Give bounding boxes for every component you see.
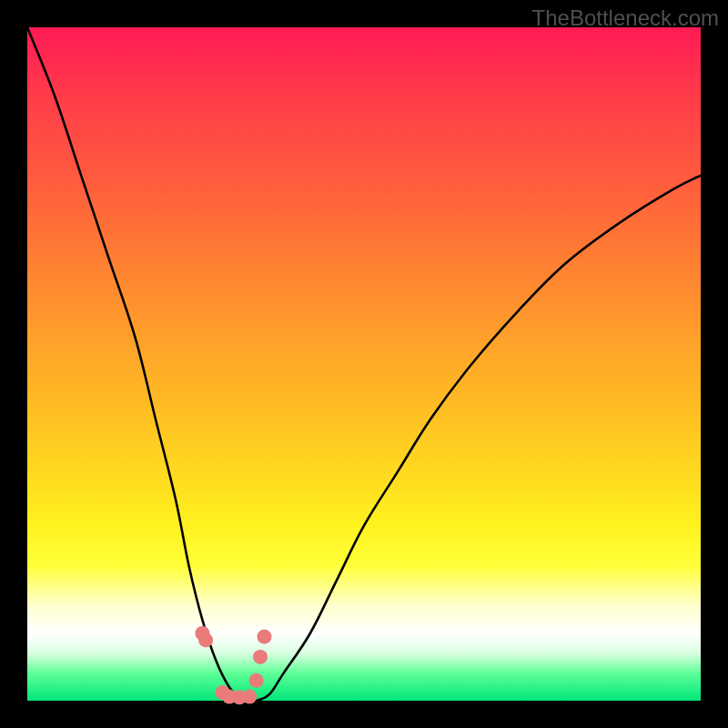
- chart-frame: TheBottleneck.com: [0, 0, 728, 728]
- plot-area: [27, 27, 701, 701]
- curve-markers: [195, 626, 271, 704]
- curve-marker: [258, 630, 272, 644]
- curve-marker: [198, 632, 213, 647]
- curve-marker: [253, 650, 268, 664]
- curve-svg: [27, 27, 701, 701]
- curve-marker: [242, 690, 257, 704]
- curve-marker: [249, 673, 264, 688]
- bottleneck-curve-path: [27, 27, 701, 703]
